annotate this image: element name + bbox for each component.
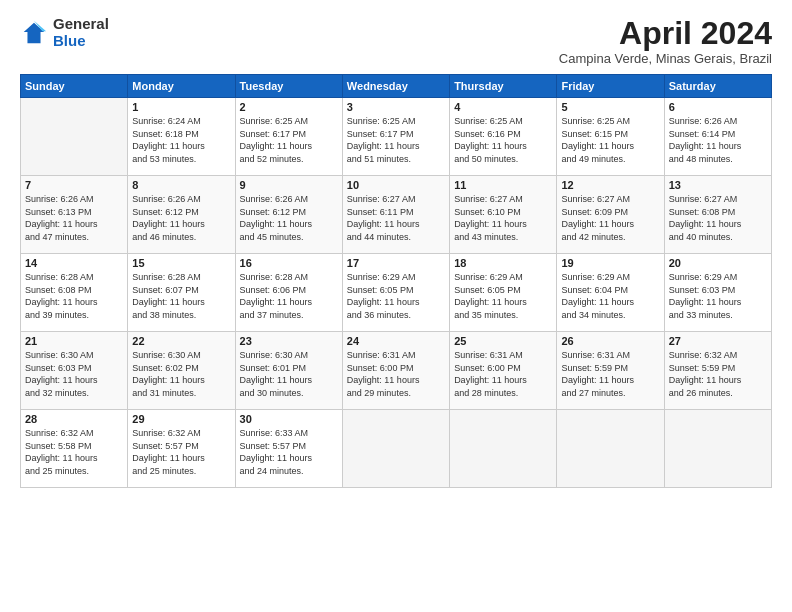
sunrise-text: Sunrise: 6:25 AM — [561, 115, 659, 128]
daylight-text-2: and 45 minutes. — [240, 231, 338, 244]
day-cell: 18Sunrise: 6:29 AMSunset: 6:05 PMDayligh… — [450, 254, 557, 332]
day-number: 19 — [561, 257, 659, 269]
sunset-text: Sunset: 6:18 PM — [132, 128, 230, 141]
logo-blue-label: Blue — [53, 33, 109, 50]
sunset-text: Sunset: 6:11 PM — [347, 206, 445, 219]
day-number: 24 — [347, 335, 445, 347]
sunset-text: Sunset: 5:57 PM — [240, 440, 338, 453]
daylight-text-2: and 31 minutes. — [132, 387, 230, 400]
day-number: 29 — [132, 413, 230, 425]
daylight-text-1: Daylight: 11 hours — [132, 218, 230, 231]
sunrise-text: Sunrise: 6:32 AM — [669, 349, 767, 362]
sunrise-text: Sunrise: 6:27 AM — [669, 193, 767, 206]
sunset-text: Sunset: 6:10 PM — [454, 206, 552, 219]
sunset-text: Sunset: 5:59 PM — [669, 362, 767, 375]
day-number: 8 — [132, 179, 230, 191]
daylight-text-2: and 37 minutes. — [240, 309, 338, 322]
sunrise-text: Sunrise: 6:29 AM — [454, 271, 552, 284]
day-number: 3 — [347, 101, 445, 113]
sunset-text: Sunset: 6:00 PM — [454, 362, 552, 375]
logo: General Blue — [20, 16, 109, 49]
sunrise-text: Sunrise: 6:28 AM — [240, 271, 338, 284]
sunrise-text: Sunrise: 6:31 AM — [347, 349, 445, 362]
week-row-4: 21Sunrise: 6:30 AMSunset: 6:03 PMDayligh… — [21, 332, 772, 410]
sunset-text: Sunset: 6:01 PM — [240, 362, 338, 375]
daylight-text-1: Daylight: 11 hours — [347, 374, 445, 387]
day-cell: 8Sunrise: 6:26 AMSunset: 6:12 PMDaylight… — [128, 176, 235, 254]
day-cell: 9Sunrise: 6:26 AMSunset: 6:12 PMDaylight… — [235, 176, 342, 254]
day-cell: 17Sunrise: 6:29 AMSunset: 6:05 PMDayligh… — [342, 254, 449, 332]
daylight-text-1: Daylight: 11 hours — [240, 296, 338, 309]
week-row-5: 28Sunrise: 6:32 AMSunset: 5:58 PMDayligh… — [21, 410, 772, 488]
day-cell: 13Sunrise: 6:27 AMSunset: 6:08 PMDayligh… — [664, 176, 771, 254]
week-row-2: 7Sunrise: 6:26 AMSunset: 6:13 PMDaylight… — [21, 176, 772, 254]
daylight-text-2: and 40 minutes. — [669, 231, 767, 244]
day-cell: 12Sunrise: 6:27 AMSunset: 6:09 PMDayligh… — [557, 176, 664, 254]
day-number: 11 — [454, 179, 552, 191]
day-cell: 7Sunrise: 6:26 AMSunset: 6:13 PMDaylight… — [21, 176, 128, 254]
sunset-text: Sunset: 6:15 PM — [561, 128, 659, 141]
daylight-text-1: Daylight: 11 hours — [454, 374, 552, 387]
daylight-text-2: and 34 minutes. — [561, 309, 659, 322]
sunset-text: Sunset: 6:12 PM — [132, 206, 230, 219]
day-cell: 2Sunrise: 6:25 AMSunset: 6:17 PMDaylight… — [235, 98, 342, 176]
sunrise-text: Sunrise: 6:28 AM — [132, 271, 230, 284]
sunrise-text: Sunrise: 6:25 AM — [454, 115, 552, 128]
daylight-text-2: and 52 minutes. — [240, 153, 338, 166]
month-title: April 2024 — [559, 16, 772, 51]
day-number: 2 — [240, 101, 338, 113]
header-cell-sunday: Sunday — [21, 75, 128, 98]
header-cell-wednesday: Wednesday — [342, 75, 449, 98]
day-number: 9 — [240, 179, 338, 191]
daylight-text-2: and 30 minutes. — [240, 387, 338, 400]
daylight-text-2: and 32 minutes. — [25, 387, 123, 400]
daylight-text-1: Daylight: 11 hours — [25, 374, 123, 387]
sunset-text: Sunset: 6:03 PM — [669, 284, 767, 297]
sunrise-text: Sunrise: 6:29 AM — [561, 271, 659, 284]
day-cell — [450, 410, 557, 488]
day-cell: 16Sunrise: 6:28 AMSunset: 6:06 PMDayligh… — [235, 254, 342, 332]
daylight-text-2: and 26 minutes. — [669, 387, 767, 400]
sunset-text: Sunset: 6:03 PM — [25, 362, 123, 375]
daylight-text-1: Daylight: 11 hours — [454, 218, 552, 231]
day-number: 13 — [669, 179, 767, 191]
daylight-text-1: Daylight: 11 hours — [132, 296, 230, 309]
day-cell — [664, 410, 771, 488]
sunset-text: Sunset: 6:09 PM — [561, 206, 659, 219]
sunset-text: Sunset: 6:00 PM — [347, 362, 445, 375]
daylight-text-1: Daylight: 11 hours — [132, 140, 230, 153]
day-number: 26 — [561, 335, 659, 347]
daylight-text-2: and 33 minutes. — [669, 309, 767, 322]
daylight-text-1: Daylight: 11 hours — [347, 296, 445, 309]
sunset-text: Sunset: 5:59 PM — [561, 362, 659, 375]
svg-marker-0 — [24, 22, 45, 43]
daylight-text-2: and 28 minutes. — [454, 387, 552, 400]
daylight-text-1: Daylight: 11 hours — [347, 218, 445, 231]
sunset-text: Sunset: 6:14 PM — [669, 128, 767, 141]
sunset-text: Sunset: 6:05 PM — [347, 284, 445, 297]
daylight-text-1: Daylight: 11 hours — [561, 296, 659, 309]
day-cell: 15Sunrise: 6:28 AMSunset: 6:07 PMDayligh… — [128, 254, 235, 332]
sunset-text: Sunset: 6:17 PM — [240, 128, 338, 141]
sunset-text: Sunset: 5:57 PM — [132, 440, 230, 453]
day-cell: 1Sunrise: 6:24 AMSunset: 6:18 PMDaylight… — [128, 98, 235, 176]
sunset-text: Sunset: 6:02 PM — [132, 362, 230, 375]
daylight-text-1: Daylight: 11 hours — [240, 140, 338, 153]
daylight-text-2: and 35 minutes. — [454, 309, 552, 322]
day-number: 18 — [454, 257, 552, 269]
day-cell: 29Sunrise: 6:32 AMSunset: 5:57 PMDayligh… — [128, 410, 235, 488]
daylight-text-1: Daylight: 11 hours — [669, 140, 767, 153]
daylight-text-2: and 50 minutes. — [454, 153, 552, 166]
daylight-text-1: Daylight: 11 hours — [669, 374, 767, 387]
day-number: 14 — [25, 257, 123, 269]
day-cell: 14Sunrise: 6:28 AMSunset: 6:08 PMDayligh… — [21, 254, 128, 332]
day-cell: 30Sunrise: 6:33 AMSunset: 5:57 PMDayligh… — [235, 410, 342, 488]
day-cell: 6Sunrise: 6:26 AMSunset: 6:14 PMDaylight… — [664, 98, 771, 176]
sunrise-text: Sunrise: 6:27 AM — [454, 193, 552, 206]
sunrise-text: Sunrise: 6:32 AM — [132, 427, 230, 440]
sunrise-text: Sunrise: 6:28 AM — [25, 271, 123, 284]
sunrise-text: Sunrise: 6:26 AM — [132, 193, 230, 206]
daylight-text-2: and 43 minutes. — [454, 231, 552, 244]
sunrise-text: Sunrise: 6:26 AM — [25, 193, 123, 206]
daylight-text-2: and 48 minutes. — [669, 153, 767, 166]
